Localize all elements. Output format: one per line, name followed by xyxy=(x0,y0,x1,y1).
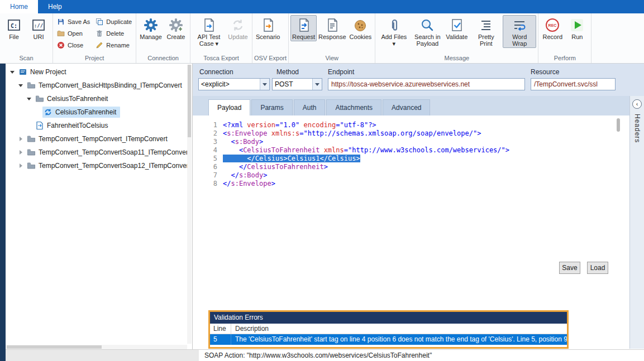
pretty-print-button[interactable]: Pretty Print xyxy=(469,15,503,48)
file-button[interactable]: C:File xyxy=(2,15,26,41)
editor-lines: 1<?xml version="1.0" encoding="utf-8"?>2… xyxy=(193,121,623,188)
chevron-down-icon[interactable] xyxy=(260,79,269,90)
tab-params[interactable]: Params xyxy=(251,99,292,115)
tab-payload[interactable]: Payload xyxy=(208,99,250,115)
tab-auth[interactable]: Auth xyxy=(294,99,326,115)
editor-line-4[interactable]: 4 <CelsiusToFahrenheit xmlns="http://www… xyxy=(193,146,623,155)
resource-input[interactable] xyxy=(531,78,616,90)
tree-item-new-project[interactable]: New Project xyxy=(6,65,192,79)
editor-line-2[interactable]: 2<s:Envelope xmlns:s="http://schemas.xml… xyxy=(193,129,623,138)
request-button[interactable]: Request xyxy=(290,15,317,41)
expander-spacer xyxy=(35,109,41,115)
validate-icon xyxy=(449,17,465,33)
run-button[interactable]: Run xyxy=(565,15,589,41)
left-dock-strip[interactable] xyxy=(0,64,6,361)
editor-line-1[interactable]: 1<?xml version="1.0" encoding="utf-8"?> xyxy=(193,121,623,129)
method-select[interactable]: POST xyxy=(272,78,322,90)
word-wrap-button[interactable]: Word Wrap xyxy=(503,15,536,48)
add-files-button[interactable]: Add Files ▾ xyxy=(377,15,411,48)
validate-label: Validate xyxy=(446,33,468,40)
expanded-expander-icon[interactable] xyxy=(18,83,24,88)
delete-button[interactable]: Delete xyxy=(96,30,132,37)
editor-line-7[interactable]: 7 </s:Body> xyxy=(193,171,623,180)
svg-text:://: :// xyxy=(34,23,43,28)
cookie-icon xyxy=(352,17,368,33)
open-label: Open xyxy=(68,30,83,37)
payload-editor[interactable]: 1<?xml version="1.0" encoding="utf-8"?>2… xyxy=(193,115,629,311)
duplicate-button[interactable]: Duplicate xyxy=(96,18,132,26)
create-button[interactable]: Create xyxy=(164,15,188,41)
editor-line-6[interactable]: 6 </CelsiusToFahrenheit> xyxy=(193,163,623,171)
search-in-payload-label: Search in Payload xyxy=(412,33,442,47)
rename-button[interactable]: Rename xyxy=(96,41,132,49)
uri-button[interactable]: ://URI xyxy=(26,15,51,41)
scenario-button[interactable]: Scenario xyxy=(254,15,282,41)
manage-button[interactable]: Manage xyxy=(138,15,164,41)
headers-tab[interactable]: Headers xyxy=(633,114,641,143)
load-button[interactable]: Load xyxy=(587,262,608,274)
tree-item-tempconvert-tempconvertsoap12-itempconvert[interactable]: TempConvert_TempConvertSoap12_ITempConve… xyxy=(6,159,192,172)
tree-item-tempconvert-tempconvert-itempconvert[interactable]: TempConvert_TempConvert_ITempConvert xyxy=(6,132,192,146)
tree-vertical-scrollbar-thumb[interactable] xyxy=(188,65,191,137)
line-code: </s:Body> xyxy=(223,171,268,180)
editor-line-5[interactable]: 5 </Celsius>Celsius1</Celsius> xyxy=(193,155,623,163)
collapsed-expander-icon[interactable] xyxy=(18,136,24,142)
tree-item-label: TempConvert_BasicHttpsBinding_ITempConve… xyxy=(39,81,182,89)
expanded-expander-icon[interactable] xyxy=(10,69,16,75)
editor-scrollbar-thumb[interactable] xyxy=(617,118,620,132)
folder-icon xyxy=(35,94,44,103)
search-in-payload-button[interactable]: Search in Payload xyxy=(411,15,444,48)
save-icon xyxy=(57,18,65,26)
endpoint-label: Endpoint xyxy=(328,68,354,76)
folder-icon xyxy=(27,134,36,143)
ribbon-group-content: Scenario xyxy=(254,13,287,54)
tree-item-fahrenheittocelsius[interactable]: FahrenheitToCelsius xyxy=(6,119,192,132)
save-as-label: Save As xyxy=(68,18,90,25)
open-button[interactable]: Open xyxy=(57,30,90,37)
ribbon-group-perform: RECRecordRunPerform xyxy=(538,13,591,63)
tree-horizontal-scrollbar-thumb[interactable] xyxy=(7,345,102,349)
cookies-button[interactable]: Cookies xyxy=(348,15,374,41)
tree-horizontal-scrollbar[interactable] xyxy=(6,345,187,349)
tree-item-tempconvert-tempconvertsoap11-itempconvert[interactable]: TempConvert_TempConvertSoap11_ITempConve… xyxy=(6,146,192,159)
expanded-expander-icon[interactable] xyxy=(27,96,32,102)
tree-item-celsiustofahrenheit[interactable]: CelsiusToFahrenheit xyxy=(6,92,192,105)
editor-line-8[interactable]: 8</s:Envelope> xyxy=(193,180,623,188)
tab-home[interactable]: Home xyxy=(0,0,38,13)
record-button[interactable]: RECRecord xyxy=(540,15,565,41)
rename-label: Rename xyxy=(106,42,130,49)
endpoint-input[interactable] xyxy=(328,78,525,90)
tree-vertical-scrollbar[interactable] xyxy=(187,65,192,344)
tree-item-celsiustofahrenheit[interactable]: CelsiusToFahrenheit xyxy=(6,105,192,119)
validate-button[interactable]: Validate xyxy=(444,15,469,41)
run-icon xyxy=(569,17,585,33)
connection-select[interactable]: <explicit> xyxy=(198,78,270,90)
group-label-scan: Scan xyxy=(2,54,51,63)
line-code: </s:Envelope> xyxy=(223,180,275,188)
tab-help[interactable]: Help xyxy=(38,0,72,13)
expander-spacer xyxy=(27,123,32,128)
chevron-down-icon[interactable] xyxy=(312,79,322,90)
update-button[interactable]: Update xyxy=(226,15,250,41)
word-wrap-label: Word Wrap xyxy=(504,33,535,47)
ribbon-group-content: RECRecordRun xyxy=(540,13,589,54)
line-code: </CelsiusToFahrenheit> xyxy=(223,163,328,171)
tab-attachments[interactable]: Attachments xyxy=(326,99,381,115)
tab-advanced[interactable]: Advanced xyxy=(383,99,430,115)
validation-error-row[interactable]: 5The 'CelsiusToFahrenheit' start tag on … xyxy=(210,334,567,345)
ribbon-group-scan: C:File://URIScan xyxy=(0,13,53,63)
trash-icon xyxy=(96,30,103,37)
save-button[interactable]: Save xyxy=(559,262,580,274)
resource-label: Resource xyxy=(531,68,559,76)
svg-text:REC: REC xyxy=(548,23,557,27)
response-label: Response xyxy=(318,33,346,40)
save-as-button[interactable]: Save As xyxy=(57,18,90,26)
editor-line-3[interactable]: 3 <s:Body> xyxy=(193,138,623,146)
collapsed-expander-icon[interactable] xyxy=(18,163,24,169)
tree-item-tempconvert-basichttpsbinding-itempconvert[interactable]: TempConvert_BasicHttpsBinding_ITempConve… xyxy=(6,79,192,92)
collapse-panel-button[interactable] xyxy=(632,99,642,109)
collapsed-expander-icon[interactable] xyxy=(18,150,24,155)
api-test-case-button[interactable]: API Test Case ▾ xyxy=(192,15,226,48)
close-button[interactable]: Close xyxy=(57,41,90,49)
response-button[interactable]: Response xyxy=(317,15,348,41)
